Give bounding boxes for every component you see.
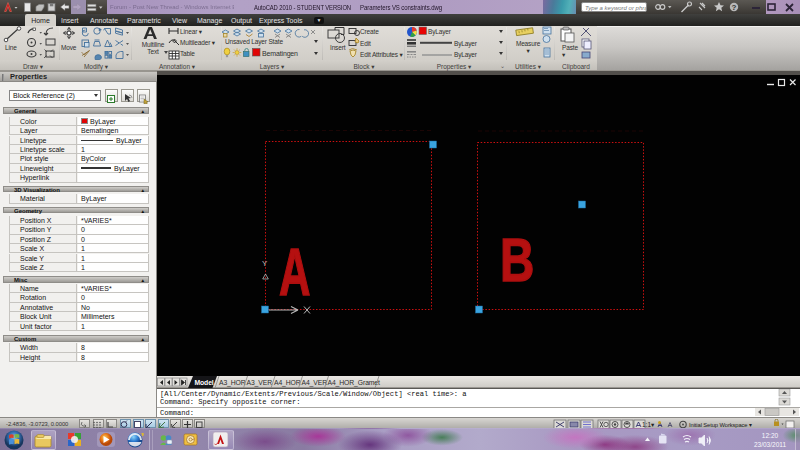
svg-text:Y: Y [262,259,268,268]
svg-text:Model: Model [195,379,214,386]
svg-text:A4_HOR: A4_HOR [274,379,301,387]
svg-text:A4_VER: A4_VER [302,379,328,387]
svg-text:A3_VER: A3_VER [247,379,273,387]
svg-text:A3_HOR: A3_HOR [219,379,246,387]
svg-text:?: ? [732,3,737,12]
svg-text:1:1▾: 1:1▾ [642,421,655,428]
svg-text:A4_HOR_Gramet: A4_HOR_Gramet [328,379,381,387]
